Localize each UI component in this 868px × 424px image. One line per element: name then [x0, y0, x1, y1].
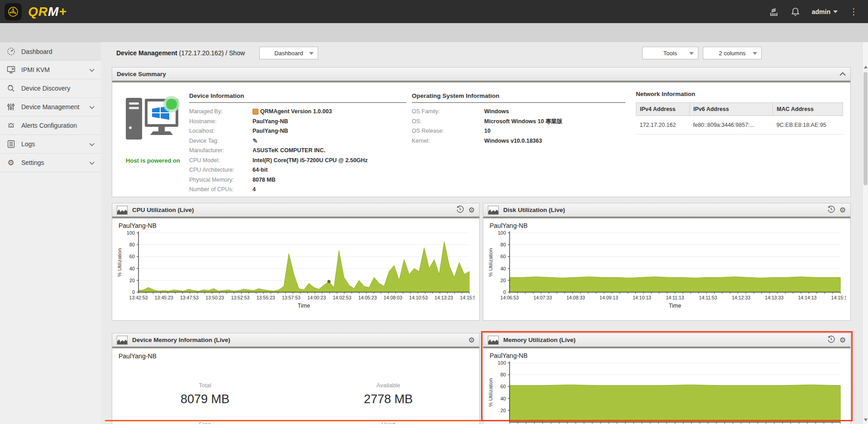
- power-status-text: Host is powered on: [117, 157, 189, 164]
- area-chart-icon: [117, 336, 128, 345]
- section-title: Network Information: [636, 91, 843, 101]
- column-header: MAC Address: [773, 103, 843, 116]
- svg-text:40: 40: [129, 266, 135, 271]
- memory-info-panel-header[interactable]: Device Memory Information (Live) ⚙: [112, 333, 479, 348]
- svg-text:Time: Time: [669, 303, 681, 309]
- chevron-down-icon: [89, 103, 95, 111]
- cpu-panel-header[interactable]: CPU Utilization (Live) ⚙: [112, 203, 479, 218]
- svg-text:100: 100: [498, 360, 506, 366]
- sidebar-item-alerts-configuration[interactable]: Alerts Configuration: [0, 116, 101, 135]
- cpu-utilization-chart: 02040608010013:42:5313:45:2313:47:5313:5…: [115, 229, 475, 310]
- area-chart-icon: [488, 336, 499, 345]
- svg-text:0: 0: [132, 289, 135, 295]
- device-memory-information-panel: Device Memory Information (Live) ⚙ PaulY…: [112, 333, 480, 424]
- svg-text:14:15:53: 14:15:53: [460, 295, 475, 300]
- chart-host-label: PaulYang-NB: [112, 218, 479, 229]
- scrollbar-thumb[interactable]: [863, 72, 868, 185]
- sidebar-item-settings[interactable]: ⚙ Settings: [0, 154, 101, 172]
- svg-text:14:11:13: 14:11:13: [666, 295, 684, 300]
- globe-logo-icon: [7, 6, 19, 18]
- chevron-down-icon: [689, 52, 694, 55]
- svg-text:40: 40: [501, 266, 506, 271]
- svg-text:14:00:23: 14:00:23: [307, 295, 326, 300]
- panel-title: Device Summary: [117, 71, 166, 77]
- kebab-menu-icon[interactable]: ⋮: [849, 7, 858, 16]
- svg-text:13:57:53: 13:57:53: [282, 295, 300, 300]
- sidebar-item-logs[interactable]: Logs: [0, 135, 101, 154]
- chart-host-label: PaulYang-NB: [483, 348, 850, 359]
- scroll-down-arrow-icon[interactable]: [864, 419, 868, 421]
- history-icon[interactable]: [827, 205, 835, 215]
- svg-text:14:10:13: 14:10:13: [633, 295, 651, 300]
- scroll-up-arrow-icon[interactable]: [864, 66, 868, 68]
- memory-stat-available: Available 2778 MB: [320, 382, 456, 406]
- svg-text:14:13:33: 14:13:33: [765, 295, 783, 300]
- svg-text:14:06:53: 14:06:53: [501, 295, 519, 300]
- sidebar-item-ipmi-kvm[interactable]: IPMI KVM: [0, 61, 101, 79]
- device-summary-header[interactable]: Device Summary: [112, 67, 850, 82]
- svg-text:14:07:33: 14:07:33: [534, 295, 552, 300]
- user-menu[interactable]: admin: [812, 8, 838, 15]
- memory-utilization-panel: Memory Utilization (Live) ⚙ PaulYang-NB …: [483, 333, 851, 424]
- svg-text:80: 80: [501, 372, 506, 377]
- svg-text:14:12:33: 14:12:33: [732, 295, 750, 300]
- sidebar-item-device-management[interactable]: Device Management: [0, 98, 101, 116]
- section-title: Device Information: [189, 92, 406, 103]
- tab-bar: [0, 23, 868, 42]
- svg-text:14:02:53: 14:02:53: [333, 295, 351, 300]
- gear-icon: ⚙: [6, 158, 15, 168]
- svg-text:60: 60: [129, 254, 135, 259]
- sliders-icon: [6, 103, 15, 111]
- svg-text:13:55:23: 13:55:23: [257, 295, 275, 300]
- tools-select[interactable]: Tools: [642, 47, 698, 59]
- disk-panel-header[interactable]: Disk Utilization (Live) ⚙: [483, 203, 850, 218]
- svg-text:14:08:33: 14:08:33: [567, 295, 585, 300]
- gear-icon[interactable]: ⚙: [839, 337, 846, 344]
- notifications-bell-icon[interactable]: [791, 7, 800, 17]
- svg-text:14:11:53: 14:11:53: [699, 295, 717, 300]
- vertical-scrollbar[interactable]: [862, 42, 868, 424]
- svg-text:14:05:23: 14:05:23: [358, 295, 377, 300]
- svg-text:20: 20: [501, 278, 506, 283]
- memory-stat-total: Total 8079 MB: [137, 382, 273, 406]
- show-view-select[interactable]: Dashboard: [259, 47, 318, 59]
- gear-icon[interactable]: ⚙: [839, 207, 846, 214]
- device-image: [125, 92, 180, 149]
- cpu-utilization-panel: CPU Utilization (Live) ⚙ PaulYang-NB 020…: [112, 203, 480, 321]
- chevron-down-icon: [89, 159, 95, 166]
- svg-text:% Utilization: % Utilization: [117, 248, 122, 277]
- chevron-down-icon: [309, 52, 314, 55]
- gear-icon[interactable]: ⚙: [468, 207, 475, 214]
- svg-text:13:45:23: 13:45:23: [155, 295, 173, 300]
- network-table: IPv4 Address IPv6 Address MAC Address 17…: [636, 102, 843, 135]
- panel-title: Device Memory Information (Live): [132, 337, 230, 343]
- history-icon[interactable]: [827, 335, 835, 345]
- history-icon[interactable]: [456, 205, 464, 215]
- chevron-down-icon: [833, 10, 838, 13]
- gear-icon[interactable]: ⚙: [468, 337, 475, 344]
- ipv4-cell: 172.17.20.162: [636, 116, 690, 135]
- panel-title: Memory Utilization (Live): [503, 337, 576, 343]
- app-logo: [5, 3, 22, 20]
- sidebar-item-device-discovery[interactable]: Device Discovery: [0, 79, 101, 98]
- sidebar-item-dashboard[interactable]: Dashboard: [0, 42, 101, 61]
- disk-utilization-panel: Disk Utilization (Live) ⚙ PaulYang-NB 02…: [483, 203, 851, 321]
- qrm-agent-icon: [253, 109, 258, 115]
- section-title: Operating System Information: [412, 92, 625, 103]
- svg-text:13:52:53: 13:52:53: [231, 295, 249, 300]
- content-header: Device Management (172.17.20.162) / Show…: [101, 42, 863, 64]
- svg-text:40: 40: [501, 396, 506, 401]
- device-summary-panel: Device Summary: [112, 67, 851, 197]
- columns-select[interactable]: 2 columns: [703, 47, 762, 59]
- memory-stat-free: Free 2778 MB: [137, 421, 273, 424]
- mac-cell: 9C:EB:E8:18:AE:95: [773, 116, 843, 135]
- edit-device-tag-icon[interactable]: ✎: [253, 136, 258, 146]
- collapse-panel-icon[interactable]: [839, 72, 846, 76]
- column-header: IPv6 Address: [689, 103, 773, 116]
- network-information-section: Network Information IPv4 Address IPv6 Ad…: [636, 91, 843, 135]
- svg-text:14:08:03: 14:08:03: [384, 295, 402, 300]
- import-tray-icon[interactable]: [769, 7, 779, 17]
- svg-text:Time: Time: [298, 303, 310, 309]
- chevron-down-icon: [753, 52, 757, 55]
- memory-util-panel-header[interactable]: Memory Utilization (Live) ⚙: [483, 333, 850, 348]
